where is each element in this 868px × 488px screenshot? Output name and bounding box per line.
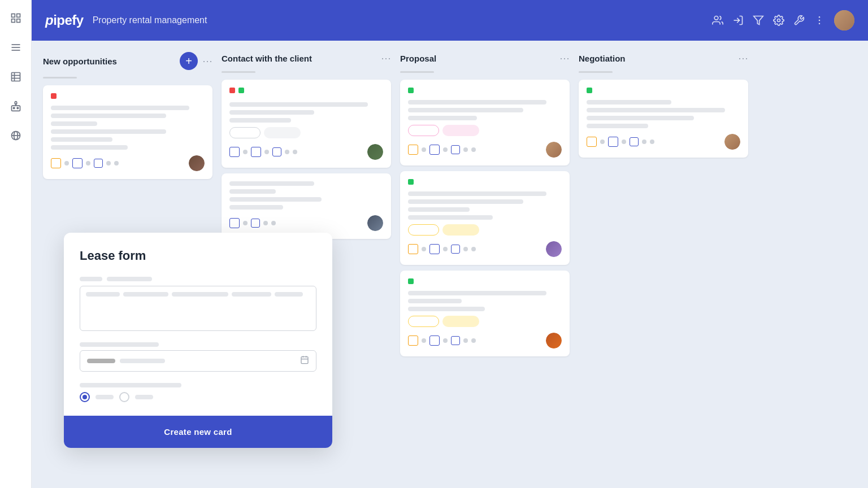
card-line (229, 110, 314, 115)
card-icon (587, 137, 597, 147)
radio-label-1 (96, 395, 114, 399)
calendar-icon[interactable] (300, 355, 309, 367)
card[interactable] (400, 80, 570, 165)
card-avatar (546, 333, 562, 348)
card-icon-dot (471, 247, 476, 251)
card-line (587, 116, 694, 120)
card-icon-dot (271, 221, 276, 225)
sync-icon (251, 219, 260, 228)
card-footer (587, 134, 740, 150)
card-icon (229, 147, 240, 157)
card-icon (429, 336, 440, 346)
user-avatar[interactable] (834, 10, 854, 30)
card-status-dot (229, 88, 235, 93)
card-icon-dot (443, 247, 448, 251)
create-card-button[interactable]: Create new card (164, 427, 232, 437)
card-icons (51, 158, 119, 168)
sync-icon (272, 147, 281, 156)
card-status-dot (51, 93, 57, 99)
column-title: Proposal (400, 54, 555, 63)
card-line (408, 199, 523, 204)
sidebar (0, 0, 32, 488)
svg-point-24 (819, 23, 821, 25)
card-line (587, 108, 725, 112)
card-badge (408, 224, 439, 236)
sidebar-item-grid[interactable] (7, 9, 25, 27)
card[interactable] (222, 80, 391, 168)
column-more-button[interactable]: ⋯ (559, 52, 570, 64)
card-badges (408, 316, 562, 327)
card-footer (229, 215, 383, 231)
add-card-button[interactable]: + (180, 52, 198, 70)
card-icon (608, 137, 618, 147)
radio-option-1[interactable] (80, 392, 90, 402)
sync-icon (451, 145, 460, 154)
column-more-button[interactable]: ⋯ (202, 55, 212, 67)
radio-label-2 (135, 395, 153, 399)
card-badge (442, 125, 479, 136)
avatar-image (546, 241, 562, 257)
card[interactable] (400, 271, 570, 356)
card-icon-dot (443, 338, 448, 343)
placeholder-line (172, 292, 228, 297)
modal-footer: Create new card (64, 416, 332, 448)
sync-icon (94, 159, 103, 168)
card-avatar (546, 142, 562, 158)
card-icon-dot (422, 247, 426, 251)
card-icons (408, 145, 476, 155)
card-badge (442, 224, 479, 236)
form-textarea[interactable] (80, 286, 316, 331)
form-field-label-3 (80, 383, 316, 387)
sidebar-item-table[interactable] (7, 68, 25, 86)
card[interactable] (43, 85, 212, 179)
card-icon-dot (86, 161, 90, 165)
card-icon (51, 158, 61, 168)
column-bar (579, 71, 613, 73)
sidebar-item-robot[interactable] (7, 97, 25, 115)
card-icon-dot (114, 161, 119, 165)
sidebar-item-list[interactable] (7, 38, 25, 56)
card[interactable] (222, 173, 391, 239)
column-more-button[interactable]: ⋯ (738, 52, 748, 64)
card-line (229, 102, 368, 107)
card-avatar (189, 155, 205, 171)
svg-point-12 (13, 107, 15, 109)
column-more-button[interactable]: ⋯ (381, 52, 391, 64)
column-header: New opportunities + ⋯ (43, 52, 212, 70)
column-bar (222, 71, 255, 73)
form-radio-group (80, 392, 316, 416)
form-field-label-2 (80, 342, 316, 347)
card-icon-dot (422, 147, 426, 152)
users-icon[interactable] (712, 15, 723, 26)
card-icon-dot (471, 147, 476, 152)
card[interactable] (400, 171, 570, 265)
avatar-image (546, 142, 562, 158)
card-line (408, 116, 477, 120)
date-placeholder (87, 359, 296, 363)
card-avatar (367, 215, 383, 231)
card-line (51, 106, 189, 110)
card[interactable] (579, 80, 748, 158)
card-footer (408, 241, 562, 257)
card-icon (408, 336, 418, 346)
app-logo: pipefy (45, 12, 84, 28)
card-icon-dot (422, 338, 426, 343)
filter-icon[interactable] (753, 15, 764, 26)
avatar-image (724, 134, 740, 150)
card-icon-dot (471, 338, 476, 343)
more-icon[interactable] (814, 15, 825, 26)
card-line (51, 114, 166, 118)
login-icon[interactable] (732, 15, 744, 26)
card-line (229, 181, 314, 186)
tool-icon[interactable] (793, 15, 805, 26)
settings-icon[interactable] (773, 15, 784, 26)
card-icon-dot (106, 161, 111, 165)
card-line (587, 124, 648, 128)
radio-option-2[interactable] (119, 392, 129, 402)
sidebar-item-globe[interactable] (7, 127, 25, 145)
card-icon-dot (642, 140, 646, 144)
form-date-input[interactable] (80, 350, 316, 372)
column-bar (43, 77, 77, 79)
card-line (51, 129, 166, 134)
placeholder-line (123, 292, 168, 297)
